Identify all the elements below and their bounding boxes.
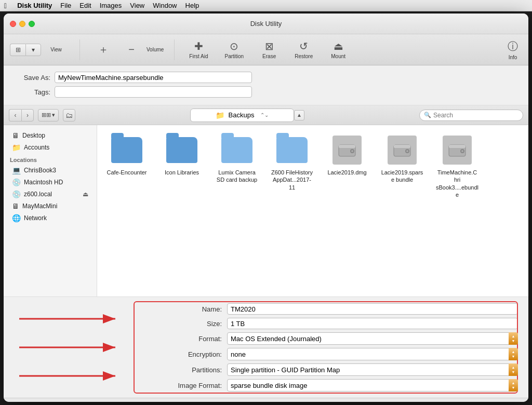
list-item[interactable]: Lumix Camera SD card backup <box>214 131 260 200</box>
toolbar: ⊞ ▾ View ＋ − Volume ✚ First Aid ⊙ Partit… <box>4 34 528 65</box>
menu-view[interactable]: View <box>130 2 144 9</box>
search-icon: 🔍 <box>424 112 431 118</box>
restore-icon: ↺ <box>299 40 308 52</box>
nav-new-folder-button[interactable]: 🗂 <box>63 109 75 122</box>
erase-label: Erase <box>262 53 276 59</box>
disk-icon-lacie-dmg <box>330 133 364 167</box>
location-chevron-icon: ⌃⌄ <box>260 112 269 118</box>
name-input[interactable] <box>227 303 518 315</box>
mount-button[interactable]: ⏏ Mount <box>325 38 351 61</box>
folder-icon-icon-libs <box>165 133 198 167</box>
bottom-panel: Name: Size: Format: Mac OS Extended (Jou… <box>4 296 528 398</box>
size-input[interactable] <box>227 318 518 329</box>
search-box[interactable]: 🔍 <box>419 110 523 121</box>
remove-volume-button[interactable]: − <box>118 42 144 58</box>
first-aid-button[interactable]: ✚ First Aid <box>185 38 212 61</box>
search-input[interactable] <box>433 112 511 119</box>
sidebar-accounts-label: Accounts <box>24 144 49 151</box>
app-name: Disk Utility <box>17 2 52 9</box>
partition-icon: ⊙ <box>230 40 238 52</box>
toolbar-separator-1 <box>79 39 80 60</box>
nav-location-area: 📁 Backups ⌃⌄ ▲ <box>79 109 415 122</box>
encryption-select[interactable]: none 128-bit AES 256-bit AES <box>227 348 518 360</box>
form-format-row: Format: Mac OS Extended (Journaled) Mac … <box>170 332 518 345</box>
form-image-format-row: Image Format: sparse bundle disk image s… <box>170 379 518 392</box>
menu-window[interactable]: Window <box>153 2 177 9</box>
view-button[interactable]: View <box>43 45 69 55</box>
partitions-select-wrapper: Single partition - GUID Partition Map Si… <box>227 363 518 376</box>
sidebar-item-network[interactable]: 🌐 Network <box>6 212 95 224</box>
image-format-select[interactable]: sparse bundle disk image sparse disk ima… <box>227 379 518 392</box>
svg-rect-5 <box>394 145 410 148</box>
menu-file[interactable]: File <box>60 2 71 9</box>
encryption-select-wrapper: none 128-bit AES 256-bit AES <box>227 348 518 360</box>
view-label: View <box>50 47 62 52</box>
sidebar-item-z600[interactable]: 💿 z600.local ⏏ <box>6 188 95 200</box>
menu-images[interactable]: Images <box>100 2 122 9</box>
sidebar-item-maymacmini[interactable]: 🖥 MayMacMini <box>6 200 95 212</box>
location-name: Backups <box>229 111 255 119</box>
image-format-label: Image Format: <box>170 382 222 389</box>
info-button[interactable]: ⓘ Info <box>503 37 522 62</box>
sidebar-item-accounts[interactable]: 📁 Accounts <box>6 142 95 153</box>
tags-row: Tags: <box>14 86 518 98</box>
minimize-button[interactable] <box>19 21 25 27</box>
list-item[interactable]: Z600 FileHistory AppDat...2017-11 <box>269 131 315 200</box>
save-as-area: Save As: Tags: <box>4 65 528 105</box>
nav-arrows: ‹ › <box>9 109 34 122</box>
form-encryption-row: Encryption: none 128-bit AES 256-bit AES <box>170 348 518 360</box>
format-select[interactable]: Mac OS Extended (Journaled) Mac OS Exten… <box>227 332 518 345</box>
minus-icon: − <box>128 44 135 56</box>
back-button[interactable]: ‹ <box>9 109 21 122</box>
first-aid-icon: ✚ <box>194 40 203 52</box>
form-size-row: Size: <box>170 318 518 329</box>
image-format-select-wrapper: sparse bundle disk image sparse disk ima… <box>227 379 518 392</box>
view-toggle-button[interactable]: ⊞⊞ ▾ <box>38 109 59 122</box>
sidebar-maymacmini-label: MayMacMini <box>22 203 57 210</box>
sidebar-item-chrisbook3[interactable]: 💻 ChrisBook3 <box>6 165 95 176</box>
expand-arrow-icon: ▲ <box>297 112 302 118</box>
svg-rect-9 <box>449 145 466 148</box>
info-icon: ⓘ <box>508 39 518 53</box>
close-button[interactable] <box>10 21 16 27</box>
list-item[interactable]: Lacie2019.sparse bundle <box>379 131 425 200</box>
file-label-lacie-sparse: Lacie2019.sparse bundle <box>381 169 423 184</box>
tags-input[interactable] <box>55 86 252 98</box>
bottom-buttons-bar: New Folder Cancel Save <box>4 398 528 402</box>
z600-eject-icon[interactable]: ⏏ <box>83 191 88 198</box>
sidebar-toggle-button[interactable]: ⊞ <box>10 44 25 56</box>
window: Disk Utility ⊞ ▾ View ＋ − Volume ✚ First <box>4 14 528 402</box>
partition-button[interactable]: ⊙ Partition <box>220 38 248 61</box>
svg-rect-1 <box>339 145 355 148</box>
sidebar-macintosh-hd-label: Macintosh HD <box>24 179 63 186</box>
add-volume-button[interactable]: ＋ <box>90 40 116 59</box>
file-label-cafe: Cafe-Encounter <box>107 169 147 176</box>
list-item[interactable]: Cafe-Encounter <box>103 131 150 200</box>
sidebar: 🖥 Desktop 📁 Accounts Locations 💻 ChrisBo… <box>4 125 97 296</box>
menu-help[interactable]: Help <box>185 2 200 9</box>
partitions-select[interactable]: Single partition - GUID Partition Map Si… <box>227 363 518 376</box>
sidebar-item-desktop[interactable]: 🖥 Desktop <box>6 130 95 141</box>
save-as-input[interactable] <box>55 72 252 83</box>
menu-edit[interactable]: Edit <box>79 2 91 9</box>
location-expand-button[interactable]: ▲ <box>294 110 304 120</box>
location-selector[interactable]: 📁 Backups ⌃⌄ <box>190 109 294 122</box>
file-label-lumix: Lumix Camera SD card backup <box>216 169 258 184</box>
arrows-overlay <box>19 297 123 398</box>
list-item[interactable]: Icon Libraries <box>158 131 205 200</box>
maximize-button[interactable] <box>29 21 35 27</box>
apple-menu[interactable]:  <box>4 2 7 10</box>
volume-label: Volume <box>147 47 164 52</box>
view-chevron-button[interactable]: ▾ <box>25 44 41 56</box>
red-arrow-format <box>19 313 123 325</box>
list-item[interactable]: TimeMachine.Chri sBook3....ebundle <box>434 131 481 200</box>
forward-button[interactable]: › <box>21 109 34 122</box>
encryption-label: Encryption: <box>170 350 222 358</box>
list-item[interactable]: Lacie2019.dmg <box>324 131 370 200</box>
svg-point-11 <box>461 150 463 152</box>
erase-button[interactable]: ⊠ Erase <box>256 38 282 61</box>
red-arrow-partitions <box>19 342 123 353</box>
plus-icon: ＋ <box>98 43 109 57</box>
restore-button[interactable]: ↺ Restore <box>290 38 317 61</box>
sidebar-item-macintosh-hd[interactable]: 💿 Macintosh HD <box>6 177 95 188</box>
